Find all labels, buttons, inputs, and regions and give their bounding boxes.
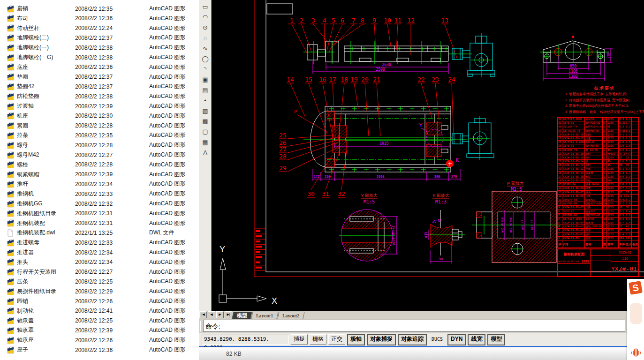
status-toggle-对象捕捉[interactable]: 对象捕捉 (367, 334, 396, 345)
file-row[interactable]: 推钢机2008/2/2 12:33AutoCAD 图形 (0, 189, 199, 199)
file-row[interactable]: 拉条2008/2/2 12:35AutoCAD 图形 (0, 130, 199, 140)
file-name[interactable]: 地脚螺栓(一G) (17, 53, 72, 61)
rectangle-tool-icon[interactable]: ▭ (200, 2, 210, 11)
tab-model[interactable]: 模型 (232, 312, 252, 319)
audio-waveform-icon[interactable] (629, 347, 643, 358)
file-name[interactable]: 推钢机GG (17, 200, 72, 208)
file-name[interactable]: 机座 (17, 112, 72, 120)
tab-nav-first-button[interactable]: |◀ (199, 311, 207, 318)
file-row[interactable]: 压条2008/2/2 12:25AutoCAD 图形 (0, 277, 199, 286)
file-row[interactable]: 园销2008/2/2 12:26AutoCAD 图形 (0, 296, 199, 306)
file-name[interactable]: 地脚螺栓(二) (17, 34, 72, 42)
ellipse-tool-icon[interactable]: ◯ (200, 54, 210, 63)
tab-nav-next-button[interactable]: ▶ (216, 311, 224, 318)
file-row[interactable]: 推杆2008/2/2 12:34AutoCAD 图形 (0, 179, 199, 189)
file-name[interactable]: 推进螺母 (17, 239, 72, 247)
file-name[interactable]: 推钢机图纸目录 (17, 210, 72, 218)
file-name[interactable]: 紧圈 (17, 122, 72, 130)
file-row[interactable]: 轴承座2008/2/2 12:26AutoCAD 图形 (0, 335, 199, 345)
file-row[interactable]: 推钢机图纸目录2008/2/2 12:31AutoCAD 图形 (0, 209, 199, 218)
tab-layout2[interactable]: Layout2 (277, 312, 304, 319)
recorder-logo-button[interactable]: S (629, 281, 643, 295)
file-name[interactable]: 底座 (17, 63, 72, 71)
file-name[interactable]: 垫圈 (17, 73, 72, 81)
file-row[interactable]: 传动丝杆2008/2/2 12:24AutoCAD 图形 (0, 23, 199, 33)
status-toggle-栅格[interactable]: 栅格 (310, 334, 326, 345)
file-name[interactable]: 园销 (17, 297, 72, 305)
file-row[interactable]: 地脚螺栓(二)2008/2/2 12:37AutoCAD 图形 (0, 33, 199, 43)
file-row[interactable]: 机座2008/2/2 12:30AutoCAD 图形 (0, 111, 199, 121)
status-toggle-极轴[interactable]: 极轴 (347, 334, 365, 345)
file-name[interactable]: 轴承盖 (17, 317, 72, 325)
file-row[interactable]: 座子2008/2/2 12:36AutoCAD 图形 (0, 345, 199, 355)
file-row[interactable]: 扁销2008/2/2 12:35AutoCAD 图形 (0, 4, 199, 14)
file-name[interactable]: 布司 (17, 15, 72, 22)
status-toggle-模型[interactable]: 模型 (487, 334, 505, 345)
file-name[interactable]: 易损件图纸目录 (17, 287, 72, 295)
file-name[interactable]: 拉条 (17, 131, 72, 139)
file-name[interactable]: 推钢机装配.dwl (17, 229, 72, 237)
file-row[interactable]: 地脚螺栓(一G)2008/2/2 12:38AutoCAD 图形 (0, 52, 199, 62)
file-row[interactable]: 防松垫圈2008/2/2 12:38AutoCAD 图形 (0, 91, 199, 101)
file-name[interactable]: 螺母 (17, 141, 72, 149)
file-row[interactable]: 螺栓2008/2/2 12:28AutoCAD 图形 (0, 160, 199, 170)
file-row[interactable]: 底座2008/2/2 12:36AutoCAD 图形 (0, 62, 199, 72)
file-row[interactable]: 推进螺母2008/2/2 12:33AutoCAD 图形 (0, 238, 199, 248)
status-toggle-DYN[interactable]: DYN (447, 334, 466, 345)
tab-nav-last-button[interactable]: ▶| (225, 311, 232, 318)
file-name[interactable]: 压条 (17, 278, 72, 285)
status-toggle-线宽[interactable]: 线宽 (468, 334, 485, 345)
file-row[interactable]: 地脚螺栓(一)2008/2/2 12:38AutoCAD 图形 (0, 43, 199, 52)
command-input[interactable]: 命令: (203, 320, 625, 332)
coordinate-readout[interactable]: 9343.8290, 8288.5319, 0.0000 (202, 335, 289, 345)
status-toggle-DUCS[interactable]: DUCS (429, 334, 446, 345)
file-name[interactable]: 推钢机装配 (17, 219, 72, 227)
file-row[interactable]: 易损件图纸目录2008/2/2 12:29AutoCAD 图形 (0, 286, 199, 296)
file-row[interactable]: 紧圈2008/2/2 12:28AutoCAD 图形 (0, 121, 199, 131)
file-row[interactable]: 螺母2008/2/2 12:28AutoCAD 图形 (0, 140, 199, 150)
file-name[interactable]: 垫圈42 (17, 82, 72, 90)
file-name[interactable]: 座子 (17, 346, 72, 354)
file-row[interactable]: 推钢机装配.dwl2022/1/1 13:25DWL 文件 (0, 228, 199, 238)
file-name[interactable]: 制动轮 (17, 307, 72, 315)
file-row[interactable]: 垫圈422008/2/2 12:37AutoCAD 图形 (0, 82, 199, 91)
table-tool-icon[interactable]: ▦ (200, 137, 210, 147)
file-row[interactable]: 推钢机GG2008/2/2 12:32AutoCAD 图形 (0, 199, 199, 209)
file-name[interactable]: 推杆 (17, 180, 72, 188)
arc-tool-icon[interactable]: ◠ (200, 12, 210, 22)
tab-nav-prev-button[interactable]: ◀ (208, 311, 215, 318)
file-name[interactable]: 过渡轴 (17, 102, 72, 110)
revision-cloud-tool-icon[interactable]: ◌ (200, 33, 210, 43)
file-row[interactable]: 垫圈2008/2/2 12:37AutoCAD 图形 (0, 72, 199, 82)
file-name[interactable]: 锁紧螺帽 (17, 171, 72, 179)
file-name[interactable]: 螺母M42 (17, 151, 72, 159)
file-name[interactable]: 推进器 (17, 248, 72, 256)
insert-block-tool-icon[interactable]: ▣ (200, 75, 210, 84)
file-name[interactable]: 地脚螺栓(一) (17, 44, 72, 52)
file-row[interactable]: 布司2008/2/2 12:36AutoCAD 图形 (0, 14, 199, 23)
file-row[interactable]: 推头2008/2/2 12:34AutoCAD 图形 (0, 257, 199, 267)
file-name[interactable]: 行程开关安装图 (17, 268, 72, 276)
tab-layout1[interactable]: Layout1 (251, 312, 278, 319)
file-row[interactable]: 轴承罩2008/2/2 12:39AutoCAD 图形 (0, 325, 199, 335)
status-toggle-捕捉[interactable]: 捕捉 (291, 334, 308, 345)
file-name[interactable]: 扁销 (17, 5, 72, 13)
file-name[interactable]: 轴承座 (17, 336, 72, 344)
point-tool-icon[interactable]: • (200, 96, 210, 105)
region-tool-icon[interactable]: ▢ (200, 127, 210, 136)
file-row[interactable]: 螺母M422008/2/2 12:27AutoCAD 图形 (0, 150, 199, 160)
file-row[interactable]: 推进器2008/2/2 12:34AutoCAD 图形 (0, 248, 199, 257)
file-row[interactable]: 行程开关安装图2008/2/2 12:27AutoCAD 图形 (0, 267, 199, 277)
file-name[interactable]: 传动丝杆 (17, 24, 72, 32)
ellipse-arc-tool-icon[interactable]: ◝ (200, 64, 210, 74)
recorder-ghost-button[interactable] (630, 303, 642, 324)
mtext-tool-icon[interactable]: A (200, 148, 210, 157)
file-row[interactable]: 推钢机装配2008/2/2 12:31AutoCAD 图形 (0, 218, 199, 228)
file-row[interactable]: 过渡轴2008/2/2 12:39AutoCAD 图形 (0, 101, 199, 111)
status-toggle-正交[interactable]: 正交 (328, 334, 345, 345)
file-name[interactable]: 推钢机 (17, 190, 72, 198)
make-block-tool-icon[interactable]: ▤ (200, 85, 210, 95)
file-name[interactable]: 推头 (17, 258, 72, 266)
file-row[interactable]: 锁紧螺帽2008/2/2 12:39AutoCAD 图形 (0, 170, 199, 180)
status-toggle-对象追踪[interactable]: 对象追踪 (398, 334, 427, 345)
